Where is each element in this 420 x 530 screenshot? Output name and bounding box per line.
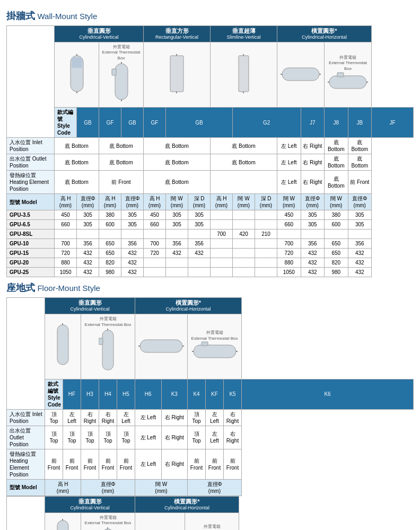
style-code-row: 款式編號 Style Code GB GF GB GF GB G2 J7 J8 … (7, 108, 414, 138)
floor-img-row2: 外置電箱External Thermostat Box 外置電箱 (7, 513, 414, 530)
table-row: GPU-10 700356 650356 700356356 700356 65… (7, 239, 414, 249)
table-row: GPU-3.5 450305 380305 450305305 450305 3… (7, 210, 414, 220)
img-gb-wall (55, 42, 99, 107)
floor-img-kf-k5k6: 外置電箱External Thermostat Box (188, 314, 242, 379)
wall-mount-section: 掛牆式 Wall-Mount Style 垂直圓形 Cylindrical-Ve… (6, 10, 414, 277)
table-row: GPU-25 1050432 980432 1050432 980432 (7, 268, 414, 277)
floor-mount-data-table: 垂直圓形 Cylindrical-Vertical 橫置圓形* Cylindri… (6, 496, 414, 530)
floor-mount-table: 垂直圓形 Cylindrical-Vertical 橫置圓形* Cylindri… (6, 297, 414, 496)
svg-rect-5 (112, 69, 116, 75)
svg-rect-33 (57, 520, 68, 530)
svg-rect-8 (170, 56, 183, 92)
floor-outlet-row: 出水位置 Outlet Position 頂 Top 頂 Top 頂 Top 頂… (7, 426, 414, 449)
floor-style-code-row: 款式編號 Style Code HF H3 H4 H5 H6 K3 K4 KF … (7, 379, 414, 409)
floor-img-k3k4 (135, 314, 188, 379)
product-images-row: 外置電箱External Thermostat Box (7, 42, 414, 107)
table-row: GPU-6.5 660305 600305 660305305 660305 6… (7, 220, 414, 229)
svg-rect-30 (202, 342, 208, 346)
floor-heating-row: 發熱線位置Heating Element Position 前 Front 前 … (7, 449, 414, 479)
svg-rect-14 (282, 68, 319, 81)
svg-rect-21 (57, 325, 68, 365)
img-rect-vert-wall (144, 42, 211, 107)
rect-vert-header: 垂直方形 Rectangular-Vertical (144, 26, 211, 42)
floor-images-row: 外置電箱External Thermostat Box (7, 314, 414, 379)
inlet-row: 入水位置 Inlet Position 底 Bottom 底 Bottom 底 … (7, 138, 414, 154)
img-gf-wall: 外置電箱External Thermostat Box (99, 42, 144, 107)
img-cyl-horiz-j78 (277, 42, 325, 107)
floor-cyl-vert-header: 垂直圓形 Cylindrical-Vertical (45, 298, 135, 314)
table-row: GPU-8SL 700420210 (7, 229, 414, 239)
floor-mount-section: 座地式 Floor-Mount Style 垂直圓形 Cylindrical-V… (6, 281, 414, 530)
svg-rect-11 (239, 56, 249, 92)
style-code-label: 款式編號 Style Code (55, 108, 77, 138)
cyl-horiz-header: 橫置圓形* Cylindrical-Horizontal (277, 26, 372, 42)
floor-img-hf (45, 314, 81, 379)
svg-rect-17 (329, 76, 366, 89)
svg-rect-26 (140, 340, 182, 352)
img-cyl-horiz-jbjf: 外置電箱External Thermostat Box (325, 42, 372, 107)
wall-mount-title: 掛牆式 Wall-Mount Style (6, 10, 414, 22)
svg-rect-18 (337, 73, 344, 77)
cyl-vert-header: 垂直圓形 Cylindrical-Vertical (55, 26, 144, 42)
outlet-row: 出水位置 Outlet Position 底 Bottom 底 Bottom 底… (7, 154, 414, 171)
floor-dim-header-row: 型號 Model 高 H(mm) 直徑Φ(mm) 闊 W(mm) 直徑Φ(mm) (7, 479, 414, 496)
floor-group-header-row2: 垂直圓形 Cylindrical-Vertical 橫置圓形* Cylindri… (7, 496, 414, 513)
table-row: GPU-20 880432 820432 880432 820432 (7, 258, 414, 268)
wall-mount-table: 垂直圓形 Cylindrical-Vertical 垂直方形 Rectangul… (6, 25, 414, 277)
group-header-row: 垂直圓形 Cylindrical-Vertical 垂直方形 Rectangul… (7, 26, 414, 42)
img-slim-vert-wall (211, 42, 277, 107)
svg-rect-23 (102, 330, 113, 370)
floor-cyl-horiz-header: 橫置圓形* Cylindrical-Horizontal (135, 298, 242, 314)
svg-rect-1 (72, 57, 82, 68)
svg-rect-4 (115, 64, 128, 100)
heating-row: 發熱線位置Heating Element Position 底 Bottom 前… (7, 171, 414, 194)
slim-vert-header: 垂直超薄 Slimline-Vertical (211, 26, 277, 42)
floor-inlet-row: 入水位置 Inlet Position 頂 Top 左 Left 右 Right… (7, 409, 414, 426)
svg-rect-24 (99, 338, 103, 344)
floor-img-h3h4: 外置電箱External Thermostat Box (81, 314, 135, 379)
floor-mount-title: 座地式 Floor-Mount Style (6, 281, 414, 294)
table-row: GPU-15 720432 650432 720432432 720432 65… (7, 249, 414, 258)
floor-group-header-row: 垂直圓形 Cylindrical-Vertical 橫置圓形* Cylindri… (7, 298, 414, 314)
svg-rect-29 (194, 345, 236, 358)
dim-header-row: 型號 Model 高 H(mm) 直徑Φ(mm) 高 H(mm) 直徑Φ(mm)… (7, 194, 414, 210)
